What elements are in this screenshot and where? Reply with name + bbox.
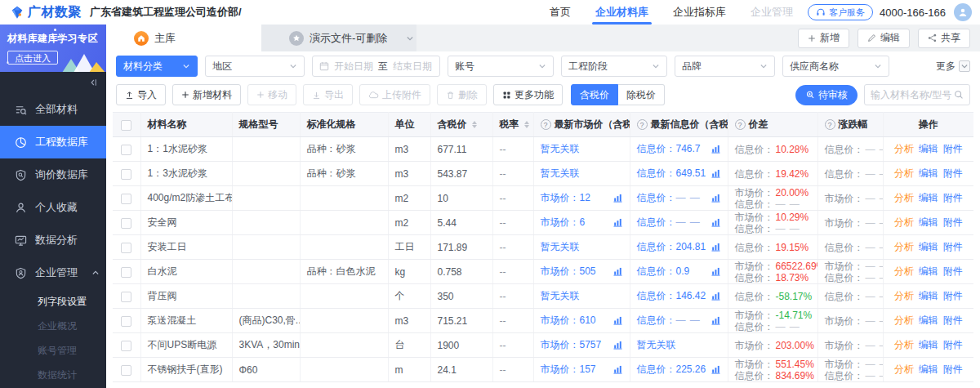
filter-more[interactable]: 更多 [936, 60, 970, 74]
action-attachment[interactable]: 附件 [943, 241, 963, 252]
sidebar-item-data-analysis[interactable]: 数据分析 [0, 224, 106, 256]
bar-chart-icon[interactable] [710, 316, 721, 325]
action-attachment[interactable]: 附件 [943, 216, 963, 228]
price-link[interactable]: 市场价：6 [541, 216, 586, 230]
promo-banner[interactable]: 材料库建库学习专区 点击进入 [0, 25, 106, 72]
sort-icon[interactable] [524, 121, 529, 128]
header-checkbox[interactable] [121, 120, 131, 131]
action-edit[interactable]: 编辑 [919, 143, 938, 154]
no-link-text[interactable]: 暂无关联 [541, 241, 580, 252]
row-checkbox[interactable] [121, 145, 131, 155]
tab-demo-file[interactable]: 演示文件-可删除 [261, 25, 416, 51]
sidebar-subitem-data-statistics[interactable]: 数据统计 [0, 363, 106, 387]
sidebar-item-project-database[interactable]: 工程数据库 [0, 126, 106, 158]
price-link[interactable]: 信息价：204.81 [637, 240, 706, 254]
action-analyze[interactable]: 分析 [894, 192, 914, 203]
price-link[interactable]: 信息价：— — [637, 216, 701, 230]
action-attachment[interactable]: 附件 [943, 167, 963, 179]
price-link[interactable]: 信息价：649.51 [637, 167, 706, 181]
bar-chart-icon[interactable] [612, 365, 623, 374]
action-edit[interactable]: 编辑 [919, 290, 938, 301]
action-analyze[interactable]: 分析 [894, 241, 914, 252]
bar-chart-icon[interactable] [710, 169, 721, 178]
row-checkbox[interactable] [121, 169, 131, 180]
bar-chart-icon[interactable] [710, 292, 721, 301]
price-link[interactable]: 信息价：746.7 [637, 142, 701, 156]
nav-item-enterprise-index-db[interactable]: 企业指标库 [673, 0, 726, 25]
pending-review-button[interactable]: 待审核 [795, 85, 858, 105]
sidebar-subitem-enterprise-overview[interactable]: 企业概况 [0, 314, 106, 338]
toolbar-import-button[interactable]: 导入 [116, 84, 166, 105]
action-analyze[interactable]: 分析 [894, 216, 914, 228]
bar-chart-icon[interactable] [710, 194, 721, 203]
sidebar-item-all-materials[interactable]: 全部材料 [0, 93, 106, 126]
filter-date-range[interactable]: 开始日期至结束日期 [312, 56, 440, 77]
bar-chart-icon[interactable] [612, 194, 623, 203]
bar-chart-icon[interactable] [710, 267, 721, 276]
action-edit[interactable]: 编辑 [919, 314, 938, 326]
price-link[interactable]: 市场价：5757 [541, 338, 602, 352]
action-attachment[interactable]: 附件 [943, 314, 963, 326]
price-link[interactable]: 市场价：505 [541, 265, 596, 279]
sidebar-item-personal-favorites[interactable]: 个人收藏 [0, 191, 106, 224]
tab-main-library[interactable]: 主库 [106, 25, 261, 51]
filter-supplier-name[interactable]: 供应商名称 [782, 56, 889, 77]
add-button[interactable]: 新增 [798, 29, 849, 48]
row-checkbox[interactable] [121, 341, 131, 351]
sidebar-item-inquiry-database[interactable]: 询价数据库 [0, 158, 106, 191]
action-analyze[interactable]: 分析 [894, 339, 914, 350]
action-analyze[interactable]: 分析 [894, 314, 914, 326]
action-analyze[interactable]: 分析 [894, 167, 914, 179]
bar-chart-icon[interactable] [612, 316, 623, 325]
bar-chart-icon[interactable] [710, 145, 721, 154]
row-checkbox[interactable] [121, 365, 131, 376]
action-attachment[interactable]: 附件 [943, 265, 963, 277]
filter-region[interactable]: 地区 [205, 56, 305, 77]
bar-chart-icon[interactable] [710, 218, 721, 227]
sidebar-subitem-account-management[interactable]: 账号管理 [0, 338, 106, 363]
bar-chart-icon[interactable] [612, 267, 623, 276]
price-link[interactable]: 信息价：— — [637, 314, 701, 328]
sidebar-item-enterprise-management[interactable]: 企业管理 [0, 256, 106, 289]
action-analyze[interactable]: 分析 [894, 143, 914, 154]
action-edit[interactable]: 编辑 [919, 339, 938, 350]
price-link[interactable]: 信息价：146.42 [637, 289, 706, 303]
no-link-text[interactable]: 暂无关联 [541, 290, 580, 301]
filter-brand[interactable]: 品牌 [675, 56, 775, 77]
action-edit[interactable]: 编辑 [919, 241, 938, 252]
banner-enter-button[interactable]: 点击进入 [7, 51, 58, 65]
filter-account[interactable]: 账号 [448, 56, 554, 77]
toolbar-more-functions-button[interactable]: 更多功能 [493, 84, 563, 105]
price-link[interactable]: 信息价：— — [637, 191, 701, 205]
price-link[interactable]: 信息价：0.9 [637, 265, 690, 279]
row-checkbox[interactable] [121, 194, 131, 204]
price-link[interactable]: 信息价：225.26 [637, 363, 706, 377]
row-checkbox[interactable] [121, 243, 131, 253]
collapse-sidebar-icon[interactable] [88, 78, 98, 87]
nav-item-home[interactable]: 首页 [550, 0, 571, 25]
price-link[interactable]: 市场价：610 [541, 314, 596, 328]
price-toggle-with-tax[interactable]: 含税价 [571, 84, 618, 105]
filter-material-category[interactable]: 材料分类 [116, 56, 198, 77]
search-input[interactable] [871, 89, 954, 100]
action-attachment[interactable]: 附件 [943, 290, 963, 301]
bar-chart-icon[interactable] [710, 243, 721, 252]
logo[interactable]: 广材数聚 [10, 4, 82, 21]
action-edit[interactable]: 编辑 [919, 265, 938, 277]
filter-project-phase[interactable]: 工程阶段 [561, 56, 667, 77]
sort-icon[interactable] [472, 121, 477, 128]
action-edit[interactable]: 编辑 [919, 216, 938, 228]
action-analyze[interactable]: 分析 [894, 265, 914, 277]
action-edit[interactable]: 编辑 [919, 167, 938, 179]
bar-chart-icon[interactable] [612, 218, 623, 227]
share-button[interactable]: 共享 [918, 29, 970, 48]
action-edit[interactable]: 编辑 [919, 192, 938, 203]
action-edit[interactable]: 编辑 [919, 363, 938, 375]
no-link-text[interactable]: 暂无关联 [541, 143, 580, 154]
avatar[interactable] [954, 3, 972, 21]
row-checkbox[interactable] [121, 218, 131, 229]
nav-item-enterprise-material-db[interactable]: 企业材料库 [595, 0, 648, 25]
row-checkbox[interactable] [121, 292, 131, 302]
no-link-text[interactable]: 暂无关联 [541, 167, 580, 179]
sidebar-subitem-column-field-settings[interactable]: 列字段设置 [0, 289, 106, 314]
